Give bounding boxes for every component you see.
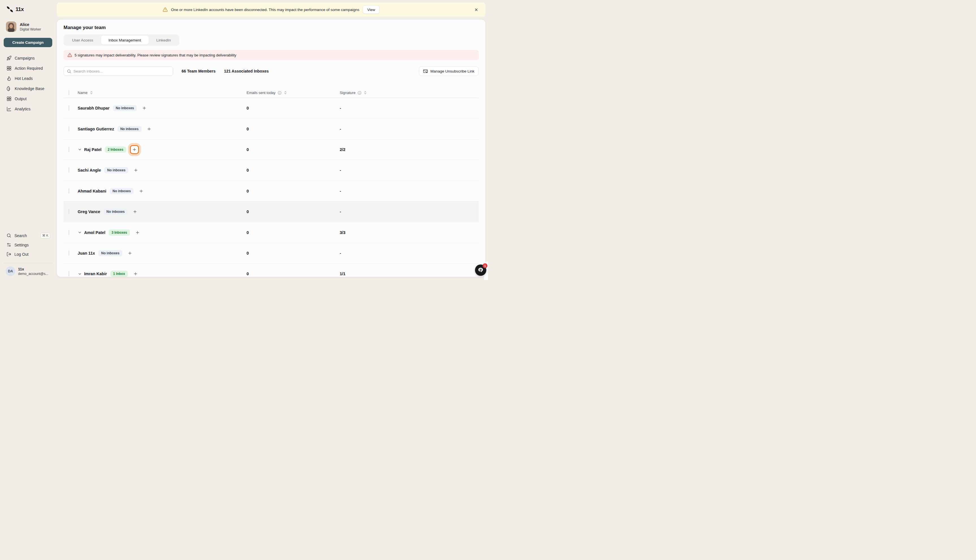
sidebar-item-knowledge-base[interactable]: Knowledge Base (0, 83, 57, 94)
sidebar-item-action-required[interactable]: Action Required (0, 63, 57, 73)
sidebar-footer: Search ⌘ K Settings Log Out DA 11x demo_… (0, 231, 57, 280)
signature-value: 3/3 (340, 230, 345, 235)
chat-notification-badge: 1 (483, 263, 487, 268)
logo-wordmark: 11x (15, 6, 24, 12)
info-icon[interactable] (357, 91, 362, 95)
member-name: Ahmad Kabani (78, 189, 107, 193)
table-row: Greg Vance No inboxes 0 - (63, 202, 479, 222)
warning-icon (163, 7, 168, 12)
sidebar-item-label: Search (14, 233, 27, 238)
account-name: 11x (18, 267, 48, 271)
inbox-count-badge: 2 Inboxes (105, 147, 126, 153)
team-members-count: 66 Team Members (182, 69, 215, 73)
inbox-count-badge: 1 Inbox (110, 271, 128, 277)
table-row: Amol Patel 3 Inboxes 0 3/3 (63, 222, 479, 243)
sidebar-item-label: Action Required (15, 66, 43, 70)
manage-unsubscribe-link-button[interactable]: Manage Unsubscribe Link (419, 66, 479, 76)
account-email: demo_account@s... (18, 272, 48, 276)
manage-team-panel: Manage your team User Access Inbox Manag… (57, 20, 485, 277)
signature-value: - (340, 168, 341, 172)
view-button[interactable]: View (363, 5, 380, 14)
add-inbox-button[interactable] (140, 104, 148, 112)
app-logo: 11x (6, 6, 24, 13)
add-inbox-button[interactable] (132, 166, 140, 174)
sidebar-item-label: Campaigns (15, 56, 35, 60)
chevron-down-icon[interactable] (78, 230, 82, 235)
plus-icon (147, 127, 151, 131)
add-inbox-button[interactable] (133, 228, 142, 237)
row-checkbox[interactable] (68, 188, 69, 193)
add-inbox-button[interactable] (145, 125, 153, 133)
mail-x-icon (423, 69, 428, 74)
row-checkbox[interactable] (68, 230, 69, 235)
row-checkbox[interactable] (68, 209, 69, 214)
sidebar-item-hot-leads[interactable]: Hot Leads (0, 73, 57, 83)
search-inboxes-input[interactable] (73, 69, 170, 73)
page-title: Manage your team (63, 25, 479, 30)
team-tabs: User Access Inbox Management LinkedIn (63, 35, 179, 46)
sidebar-item-analytics[interactable]: Analytics (0, 104, 57, 114)
add-inbox-button[interactable] (126, 249, 134, 257)
row-checkbox[interactable] (68, 271, 69, 276)
member-name: Imran Kabir (84, 272, 107, 276)
11x-logo-icon (6, 6, 13, 13)
signature-value: - (340, 189, 341, 193)
column-label-emails-sent-today: Emails sent today (247, 91, 275, 95)
rocket-icon (7, 56, 12, 61)
emails-sent-value: 0 (247, 168, 249, 172)
row-checkbox[interactable] (68, 147, 69, 152)
sidebar-item-label: Settings (14, 243, 29, 247)
member-name: Sachi Angle (78, 168, 101, 172)
emails-sent-value: 0 (247, 230, 249, 235)
sidebar-item-search[interactable]: Search ⌘ K (0, 231, 57, 240)
table-row: Juan 11x No inboxes 0 - (63, 243, 479, 263)
sidebar-item-settings[interactable]: Settings (0, 240, 57, 250)
signature-value: 1/1 (340, 272, 345, 276)
inbox-count-badge: No inboxes (104, 167, 128, 173)
tab-inbox-management[interactable]: Inbox Management (101, 35, 148, 45)
row-checkbox[interactable] (68, 105, 69, 111)
chevron-down-icon[interactable] (78, 147, 82, 152)
sidebar-item-label: Knowledge Base (15, 87, 44, 91)
search-inboxes-field[interactable] (63, 66, 173, 76)
account-summary[interactable]: DA 11x demo_account@s... (0, 263, 57, 280)
sort-icon[interactable] (90, 91, 93, 95)
chevron-down-icon[interactable] (78, 272, 82, 276)
sidebar-item-campaigns[interactable]: Campaigns (0, 53, 57, 63)
signature-value: 2/2 (340, 147, 345, 152)
member-name: Santiago Gutierrez (78, 127, 114, 131)
row-checkbox[interactable] (68, 167, 69, 173)
create-campaign-button[interactable]: Create Campaign (4, 38, 52, 47)
plus-icon (133, 210, 137, 214)
row-checkbox[interactable] (68, 126, 69, 132)
table-header: Name Emails sent today Signature (63, 88, 479, 98)
add-inbox-button[interactable] (137, 187, 145, 195)
sidebar-item-output[interactable]: Output (0, 94, 57, 104)
tab-linkedin[interactable]: LinkedIn (149, 35, 178, 45)
signature-value: - (340, 106, 341, 110)
member-name: Juan 11x (78, 251, 95, 255)
member-name: Amol Patel (84, 230, 105, 235)
profile-name: Alice (20, 22, 41, 27)
linkedin-disconnected-banner: One or more LinkedIn accounts have been … (57, 3, 485, 17)
inbox-toolbar: 66 Team Members 121 Associated Inboxes M… (63, 66, 479, 76)
inbox-count-badge: No inboxes (103, 208, 128, 215)
agent-profile: Alice Digital Worker (6, 22, 41, 32)
add-inbox-button[interactable] (132, 270, 140, 277)
select-all-checkbox[interactable] (68, 90, 69, 95)
chat-launcher-button[interactable]: 1 (475, 265, 486, 276)
info-icon[interactable] (278, 91, 282, 95)
tab-user-access[interactable]: User Access (65, 35, 100, 45)
sort-icon[interactable] (364, 91, 367, 95)
signature-value: - (340, 251, 341, 255)
sort-icon[interactable] (284, 91, 287, 95)
row-checkbox[interactable] (68, 250, 69, 256)
sidebar-item-logout[interactable]: Log Out (0, 250, 57, 259)
alert-warning-icon (67, 53, 72, 57)
add-inbox-button[interactable] (131, 208, 139, 216)
sidebar-item-label: Log Out (14, 252, 28, 257)
search-shortcut-badge: ⌘ K (40, 233, 50, 238)
close-icon[interactable] (473, 7, 479, 13)
sidebar-nav: Campaigns Action Required Hot Leads Know… (0, 53, 57, 114)
add-inbox-button[interactable] (130, 145, 139, 154)
